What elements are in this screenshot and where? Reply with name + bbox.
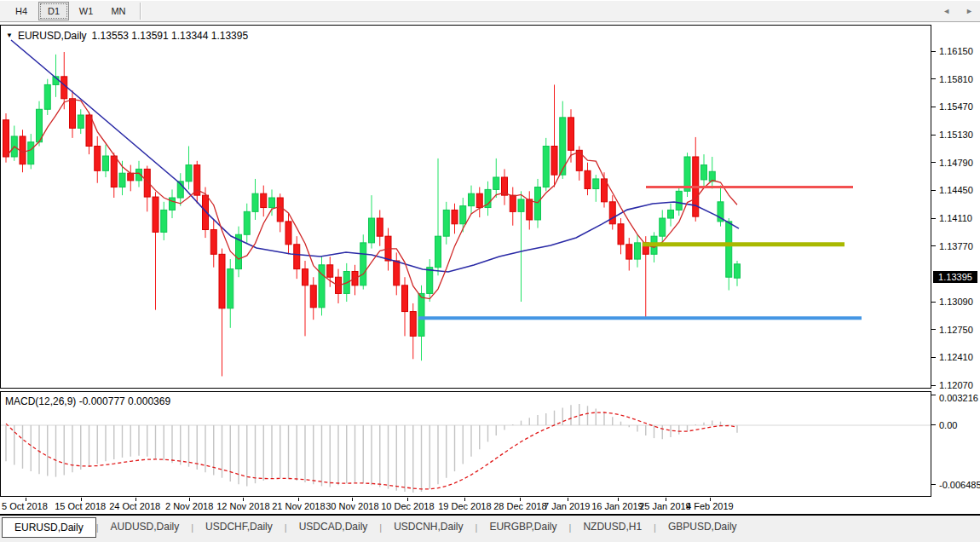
- indicator-axis[interactable]: 0.0032160.00-0.006485: [931, 391, 980, 497]
- candle: [493, 159, 499, 198]
- candle: [219, 249, 225, 377]
- candle: [485, 182, 491, 216]
- candle: [435, 159, 441, 275]
- main-chart-panel[interactable]: [0, 25, 931, 389]
- candle: [153, 192, 159, 309]
- date-axis-label: 7 Jan 2019: [544, 501, 590, 511]
- macd-axis-tick: [931, 395, 936, 395]
- candle: [136, 161, 142, 187]
- price-axis-tick: [931, 107, 936, 107]
- candle: [11, 125, 17, 160]
- price-axis-label: 1.12070: [939, 380, 973, 390]
- candle: [37, 101, 43, 147]
- date-axis-label: 28 Dec 2018: [493, 501, 546, 511]
- symbol-tab-eurusd[interactable]: EURUSD,Daily: [2, 517, 96, 538]
- price-axis-label: 1.13090: [939, 297, 973, 307]
- symbol-tab-nzdusd[interactable]: NZDUSD,H1: [571, 517, 654, 536]
- price-axis-tick: [931, 190, 936, 191]
- candle: [593, 175, 599, 202]
- price-axis-tick: [931, 357, 936, 358]
- date-axis-label: 19 Dec 2018: [438, 501, 491, 511]
- macd-axis-tick: [931, 424, 936, 425]
- candle: [294, 236, 300, 279]
- candle: [676, 187, 682, 216]
- toolbar-separator: [140, 3, 141, 20]
- candle: [360, 234, 366, 289]
- price-axis-tick: [931, 329, 936, 330]
- candle: [427, 259, 433, 302]
- candle: [660, 210, 666, 242]
- macd-axis-label: 0.00: [939, 420, 957, 430]
- date-axis-label: 30 Nov 2018: [326, 501, 378, 511]
- macd-axis-label: 0.003216: [939, 393, 978, 403]
- chart-title: ▼ EURUSD,Daily 1.13553 1.13591 1.13344 1…: [6, 30, 248, 42]
- candle: [543, 138, 549, 191]
- date-axis-label: 4 Feb 2019: [686, 501, 734, 511]
- tab-scroll-right-icon[interactable]: ►: [966, 7, 973, 15]
- price-axis-label: 1.15470: [939, 101, 973, 112]
- price-axis[interactable]: 1.161501.158101.154701.151301.147901.144…: [931, 25, 980, 389]
- candle: [560, 101, 566, 179]
- price-axis-label: 1.14450: [939, 185, 973, 195]
- symbol-tab-gbpusd[interactable]: GBPUSD,Daily: [656, 517, 749, 536]
- candle: [210, 220, 216, 268]
- date-axis-label: 25 Jan 2019: [639, 501, 691, 511]
- symbol-tab-usdcnh[interactable]: USDCNH,Daily: [382, 517, 475, 536]
- candlestick-chart[interactable]: [1, 26, 931, 388]
- price-axis-tick: [931, 218, 936, 219]
- candle: [643, 236, 649, 319]
- timeframe-button-w1[interactable]: W1: [71, 2, 101, 20]
- timeframe-button-d1[interactable]: D1: [38, 2, 69, 20]
- candle: [228, 259, 233, 328]
- date-axis-label: 16 Jan 2019: [591, 501, 643, 511]
- symbol-tab-usdchf[interactable]: USDCHF,Daily: [193, 517, 285, 536]
- candle: [310, 277, 316, 320]
- price-axis-tick: [931, 135, 936, 136]
- candle: [635, 234, 641, 267]
- price-axis-tick: [931, 302, 936, 303]
- candle: [502, 169, 508, 205]
- candle: [70, 90, 76, 138]
- candle: [103, 145, 109, 177]
- candle: [726, 218, 732, 291]
- candle: [410, 303, 416, 359]
- price-axis-tick: [931, 162, 936, 163]
- price-axis-tick: [931, 245, 936, 246]
- timeframe-toolbar: H4D1W1MN: [0, 0, 980, 22]
- macd-axis-tick: [931, 484, 936, 485]
- candle: [78, 109, 84, 134]
- symbol-tab-eurgbp[interactable]: EURGBP,Daily: [477, 517, 568, 536]
- macd-chart[interactable]: [1, 392, 931, 496]
- symbol-tab-audusd[interactable]: AUDUSD,Daily: [99, 517, 192, 536]
- date-axis-label: 12 Nov 2018: [216, 501, 269, 511]
- price-axis-tick: [931, 51, 936, 52]
- price-axis-tick: [931, 385, 936, 386]
- candle: [177, 173, 183, 205]
- candle: [194, 161, 200, 204]
- candle: [718, 186, 723, 227]
- price-axis-label: 1.15130: [939, 130, 973, 140]
- candle: [527, 191, 533, 229]
- candle: [252, 179, 258, 220]
- candle: [369, 195, 375, 248]
- candle: [551, 84, 557, 187]
- candle: [510, 187, 516, 226]
- timeframe-button-mn[interactable]: MN: [103, 2, 134, 20]
- chart-dropdown-icon[interactable]: ▼: [6, 32, 13, 39]
- timeframe-button-h4[interactable]: H4: [6, 2, 37, 20]
- date-axis[interactable]: 5 Oct 201815 Oct 201824 Oct 20182 Nov 20…: [0, 498, 980, 514]
- candle: [626, 238, 632, 270]
- price-axis-label: 1.14110: [939, 213, 972, 223]
- price-axis-label: 1.13770: [939, 241, 973, 251]
- candle: [261, 186, 267, 217]
- symbol-tab-usdcad[interactable]: USDCAD,Daily: [287, 517, 380, 536]
- candle: [585, 163, 591, 195]
- macd-indicator-label: MACD(12,26,9) -0.000777 0.000369: [5, 395, 170, 407]
- candle: [3, 113, 9, 163]
- candle: [535, 179, 541, 228]
- date-axis-label: 5 Oct 2018: [2, 501, 48, 511]
- candle: [618, 218, 624, 254]
- tab-scroll-left-icon[interactable]: ◄: [943, 7, 950, 15]
- candle: [144, 166, 150, 212]
- candle: [319, 257, 325, 315]
